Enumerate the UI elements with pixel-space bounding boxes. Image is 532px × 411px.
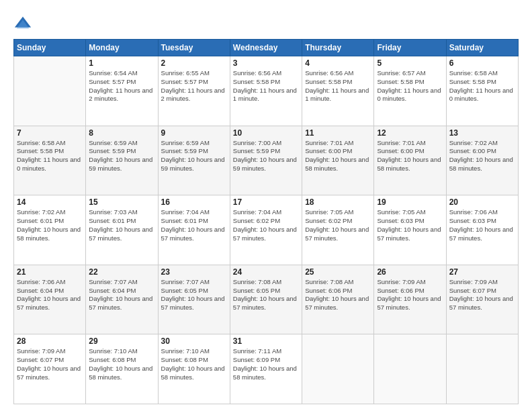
day-number: 16 [161, 197, 227, 207]
cell-info: Sunrise: 7:02 AMSunset: 6:00 PMDaylight:… [449, 139, 515, 173]
calendar-cell: 31Sunrise: 7:11 AMSunset: 6:09 PMDayligh… [230, 334, 302, 404]
calendar-cell: 13Sunrise: 7:02 AMSunset: 6:00 PMDayligh… [446, 126, 518, 195]
calendar-cell: 26Sunrise: 7:09 AMSunset: 6:06 PMDayligh… [374, 265, 446, 334]
cell-info: Sunrise: 7:03 AMSunset: 6:01 PMDaylight:… [89, 208, 154, 242]
day-header: Saturday [446, 40, 518, 56]
day-number: 11 [305, 128, 371, 138]
calendar-cell: 5Sunrise: 6:57 AMSunset: 5:58 PMDaylight… [374, 56, 446, 126]
calendar-cell: 2Sunrise: 6:55 AMSunset: 5:57 PMDaylight… [158, 56, 230, 126]
calendar-cell: 25Sunrise: 7:08 AMSunset: 6:06 PMDayligh… [302, 265, 374, 334]
day-header: Tuesday [158, 40, 230, 56]
calendar-cell: 9Sunrise: 6:59 AMSunset: 5:59 PMDaylight… [158, 126, 230, 195]
cell-info: Sunrise: 7:04 AMSunset: 6:02 PMDaylight:… [233, 208, 299, 242]
day-number: 12 [377, 128, 443, 138]
cell-info: Sunrise: 7:06 AMSunset: 6:04 PMDaylight:… [17, 278, 83, 312]
calendar-cell [14, 56, 86, 126]
cell-info: Sunrise: 6:56 AMSunset: 5:58 PMDaylight:… [233, 69, 299, 103]
day-number: 28 [17, 336, 83, 346]
day-number: 21 [17, 267, 83, 277]
cell-info: Sunrise: 7:07 AMSunset: 6:05 PMDaylight:… [161, 278, 227, 312]
day-number: 14 [17, 197, 83, 207]
header [13, 12, 519, 34]
cell-info: Sunrise: 7:08 AMSunset: 6:06 PMDaylight:… [305, 278, 371, 312]
cell-info: Sunrise: 7:09 AMSunset: 6:06 PMDaylight:… [377, 278, 443, 312]
day-number: 30 [161, 336, 227, 346]
calendar-cell: 8Sunrise: 6:59 AMSunset: 5:59 PMDaylight… [86, 126, 158, 195]
calendar-cell: 20Sunrise: 7:06 AMSunset: 6:03 PMDayligh… [446, 195, 518, 265]
cell-info: Sunrise: 6:58 AMSunset: 5:58 PMDaylight:… [449, 69, 515, 103]
calendar-cell: 19Sunrise: 7:05 AMSunset: 6:03 PMDayligh… [374, 195, 446, 265]
calendar-cell: 4Sunrise: 6:56 AMSunset: 5:58 PMDaylight… [302, 56, 374, 126]
cell-info: Sunrise: 7:11 AMSunset: 6:09 PMDaylight:… [233, 347, 299, 381]
calendar-cell: 3Sunrise: 6:56 AMSunset: 5:58 PMDaylight… [230, 56, 302, 126]
cell-info: Sunrise: 7:07 AMSunset: 6:04 PMDaylight:… [89, 278, 154, 312]
calendar-cell: 7Sunrise: 6:58 AMSunset: 5:58 PMDaylight… [14, 126, 86, 195]
day-number: 6 [449, 58, 515, 68]
calendar: SundayMondayTuesdayWednesdayThursdayFrid… [13, 39, 519, 404]
day-number: 7 [17, 128, 83, 138]
calendar-cell: 21Sunrise: 7:06 AMSunset: 6:04 PMDayligh… [14, 265, 86, 334]
cell-info: Sunrise: 7:01 AMSunset: 6:00 PMDaylight:… [377, 139, 443, 173]
cell-info: Sunrise: 6:54 AMSunset: 5:57 PMDaylight:… [89, 69, 154, 103]
day-number: 25 [305, 267, 371, 277]
day-header: Monday [86, 40, 158, 56]
cell-info: Sunrise: 7:10 AMSunset: 6:08 PMDaylight:… [161, 347, 227, 381]
calendar-cell: 11Sunrise: 7:01 AMSunset: 6:00 PMDayligh… [302, 126, 374, 195]
day-number: 31 [233, 336, 299, 346]
cell-info: Sunrise: 7:08 AMSunset: 6:05 PMDaylight:… [233, 278, 299, 312]
calendar-cell: 18Sunrise: 7:05 AMSunset: 6:02 PMDayligh… [302, 195, 374, 265]
day-number: 18 [305, 197, 371, 207]
cell-info: Sunrise: 6:57 AMSunset: 5:58 PMDaylight:… [377, 69, 443, 103]
day-number: 29 [89, 336, 154, 346]
cell-info: Sunrise: 7:05 AMSunset: 6:03 PMDaylight:… [377, 208, 443, 242]
calendar-cell: 30Sunrise: 7:10 AMSunset: 6:08 PMDayligh… [158, 334, 230, 404]
logo [13, 15, 35, 34]
calendar-cell: 14Sunrise: 7:02 AMSunset: 6:01 PMDayligh… [14, 195, 86, 265]
day-number: 17 [233, 197, 299, 207]
page: SundayMondayTuesdayWednesdayThursdayFrid… [0, 0, 532, 411]
day-number: 9 [161, 128, 227, 138]
calendar-cell [374, 334, 446, 404]
day-header: Thursday [302, 40, 374, 56]
calendar-cell: 27Sunrise: 7:09 AMSunset: 6:07 PMDayligh… [446, 265, 518, 334]
calendar-cell: 28Sunrise: 7:09 AMSunset: 6:07 PMDayligh… [14, 334, 86, 404]
day-number: 13 [449, 128, 515, 138]
calendar-cell: 17Sunrise: 7:04 AMSunset: 6:02 PMDayligh… [230, 195, 302, 265]
day-number: 19 [377, 197, 443, 207]
header-row: SundayMondayTuesdayWednesdayThursdayFrid… [14, 40, 519, 56]
day-number: 24 [233, 267, 299, 277]
cell-info: Sunrise: 7:09 AMSunset: 6:07 PMDaylight:… [449, 278, 515, 312]
cell-info: Sunrise: 6:56 AMSunset: 5:58 PMDaylight:… [305, 69, 371, 103]
day-number: 20 [449, 197, 515, 207]
cell-info: Sunrise: 7:04 AMSunset: 6:01 PMDaylight:… [161, 208, 227, 242]
day-number: 3 [233, 58, 299, 68]
calendar-cell: 24Sunrise: 7:08 AMSunset: 6:05 PMDayligh… [230, 265, 302, 334]
logo-icon [13, 15, 32, 34]
day-number: 2 [161, 58, 227, 68]
day-header: Wednesday [230, 40, 302, 56]
cell-info: Sunrise: 6:58 AMSunset: 5:58 PMDaylight:… [17, 139, 83, 173]
cell-info: Sunrise: 7:02 AMSunset: 6:01 PMDaylight:… [17, 208, 83, 242]
calendar-cell [302, 334, 374, 404]
day-header: Friday [374, 40, 446, 56]
calendar-cell [446, 334, 518, 404]
calendar-cell: 12Sunrise: 7:01 AMSunset: 6:00 PMDayligh… [374, 126, 446, 195]
day-number: 5 [377, 58, 443, 68]
calendar-cell: 23Sunrise: 7:07 AMSunset: 6:05 PMDayligh… [158, 265, 230, 334]
cell-info: Sunrise: 7:01 AMSunset: 6:00 PMDaylight:… [305, 139, 371, 173]
calendar-week-row: 1Sunrise: 6:54 AMSunset: 5:57 PMDaylight… [14, 56, 519, 126]
cell-info: Sunrise: 7:06 AMSunset: 6:03 PMDaylight:… [449, 208, 515, 242]
calendar-cell: 6Sunrise: 6:58 AMSunset: 5:58 PMDaylight… [446, 56, 518, 126]
day-header: Sunday [14, 40, 86, 56]
day-number: 4 [305, 58, 371, 68]
day-number: 10 [233, 128, 299, 138]
cell-info: Sunrise: 7:00 AMSunset: 5:59 PMDaylight:… [233, 139, 299, 173]
calendar-week-row: 14Sunrise: 7:02 AMSunset: 6:01 PMDayligh… [14, 195, 519, 265]
day-number: 26 [377, 267, 443, 277]
day-number: 22 [89, 267, 154, 277]
calendar-cell: 15Sunrise: 7:03 AMSunset: 6:01 PMDayligh… [86, 195, 158, 265]
day-number: 27 [449, 267, 515, 277]
calendar-cell: 22Sunrise: 7:07 AMSunset: 6:04 PMDayligh… [86, 265, 158, 334]
calendar-cell: 16Sunrise: 7:04 AMSunset: 6:01 PMDayligh… [158, 195, 230, 265]
day-number: 23 [161, 267, 227, 277]
